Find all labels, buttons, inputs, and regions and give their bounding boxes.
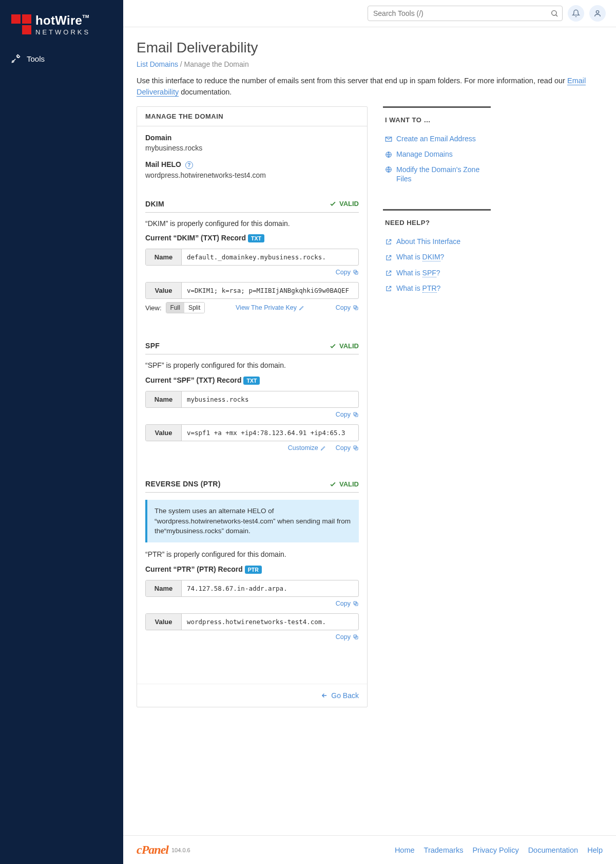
spf-value-value[interactable]: v=spf1 +a +mx +ip4:78.123.64.91 +ip4:65.… [182, 425, 358, 441]
ptr-value-row: Value wordpress.hotwirenetworks-test4.co… [145, 613, 359, 630]
copy-icon [353, 269, 359, 275]
ptr-value-copy[interactable]: Copy [336, 633, 359, 641]
bell-icon [572, 9, 580, 17]
breadcrumb-current: Manage the Domain [184, 60, 249, 68]
footer-help[interactable]: Help [587, 846, 603, 854]
breadcrumb-list-domains[interactable]: List Domains [137, 60, 178, 68]
spf-customize[interactable]: Customize [288, 444, 326, 452]
domain-label: Domain [145, 134, 359, 142]
copy-icon [353, 445, 359, 451]
wrench-icon [11, 54, 21, 63]
logo-icon [11, 14, 31, 34]
footer-trademarks[interactable]: Trademarks [424, 846, 464, 854]
user-button[interactable] [589, 5, 606, 22]
ptr-current-label: Current “PTR” (PTR) Record [145, 565, 243, 573]
ptr-name-copy[interactable]: Copy [336, 600, 359, 607]
cpanel-version: 104.0.6 [171, 847, 190, 853]
helo-label: Mail HELO [145, 160, 181, 168]
help-panel: Need Help? About This Interface What is … [383, 209, 491, 304]
copy-icon [353, 411, 359, 418]
ptr-name-value[interactable]: 74.127.58.67.in-addr.arpa. [182, 580, 358, 596]
want-title: I want to … [385, 116, 489, 124]
external-link-icon [385, 238, 392, 246]
ptr-title: Reverse DNS (PTR) [145, 480, 221, 488]
dkim-value-value[interactable]: v=DKIM1; k=rsa; p=MIIBIjANBgkqhkiG9w0BAQ… [182, 283, 358, 298]
spf-title: SPF [145, 342, 160, 350]
helo-help-icon[interactable]: ? [185, 161, 193, 169]
footer-docs[interactable]: Documentation [528, 846, 579, 854]
dkim-desc: “DKIM” is properly configured for this d… [145, 219, 359, 229]
want-manage-domains[interactable]: Manage Domains [385, 146, 489, 162]
help-ptr[interactable]: What is PTR? [385, 280, 489, 296]
nav-tools[interactable]: Tools [0, 48, 123, 69]
domain-value: mybusiness.rocks [145, 144, 359, 152]
spf-current-label: Current “SPF” (TXT) Record [145, 376, 241, 384]
external-link-icon [385, 285, 392, 292]
dkim-name-copy[interactable]: Copy [336, 269, 359, 276]
check-icon [329, 200, 337, 208]
helo-value: wordpress.hotwirenetworks-test4.com [145, 171, 359, 179]
spf-value-copy[interactable]: Copy [336, 444, 359, 452]
breadcrumb-sep: / [180, 60, 184, 68]
help-dkim[interactable]: What is DKIM? [385, 249, 489, 265]
dkim-value-copy[interactable]: Copy [336, 304, 359, 311]
globe-icon [385, 166, 392, 173]
spf-name-value[interactable]: mybusiness.rocks [182, 391, 358, 407]
external-link-icon [385, 254, 392, 261]
search-icon[interactable] [550, 9, 559, 17]
dkim-txt-tag: TXT [248, 234, 264, 242]
want-create-email[interactable]: Create an Email Address [385, 131, 489, 146]
help-title: Need Help? [385, 219, 489, 227]
dkim-title: DKIM [145, 200, 164, 208]
breadcrumb: List Domains / Manage the Domain [137, 60, 603, 68]
dkim-view-full[interactable]: Full [166, 303, 184, 313]
footer-home[interactable]: Home [395, 846, 415, 854]
go-back-link[interactable]: Go Back [321, 691, 359, 700]
check-icon [329, 480, 337, 488]
search-input[interactable] [368, 6, 563, 21]
envelope-icon [385, 136, 392, 143]
spf-name-row: Name mybusiness.rocks [145, 391, 359, 408]
sidebar: hotWireTM NETWORKS Tools [0, 0, 123, 864]
footer: cPanel 104.0.6 Home Trademarks Privacy P… [123, 835, 616, 864]
dkim-view-toggle[interactable]: Full Split [166, 302, 205, 313]
check-icon [329, 342, 337, 350]
footer-privacy[interactable]: Privacy Policy [472, 846, 518, 854]
dkim-name-label: Name [146, 249, 182, 265]
dkim-view-private-key[interactable]: View The Private Key [236, 304, 305, 311]
svg-point-0 [552, 11, 556, 15]
dkim-name-row: Name default._domainkey.mybusiness.rocks… [145, 249, 359, 266]
panel-header: Manage the Domain [137, 107, 367, 126]
copy-icon [353, 305, 359, 311]
pencil-icon [299, 305, 305, 311]
svg-point-1 [596, 11, 599, 13]
brand-tm: TM [82, 14, 89, 19]
want-zone-files[interactable]: Modify the Domain's Zone Files [385, 162, 489, 186]
help-spf[interactable]: What is SPF? [385, 265, 489, 280]
spf-valid-badge: VALID [329, 342, 359, 350]
arrow-left-icon [321, 692, 328, 699]
dkim-name-value[interactable]: default._domainkey.mybusiness.rocks. [182, 249, 358, 265]
external-link-icon [385, 270, 392, 277]
copy-icon [353, 600, 359, 607]
want-panel: I want to … Create an Email Address Mana… [383, 106, 491, 195]
ptr-ptr-tag: PTR [245, 566, 262, 574]
page-title: Email Deliverability [137, 40, 603, 56]
ptr-desc: “PTR” is properly configured for this do… [145, 550, 359, 560]
search-wrap [368, 6, 563, 21]
dkim-value-row: Value v=DKIM1; k=rsa; p=MIIBIjANBgkqhkiG… [145, 282, 359, 299]
dkim-current-label: Current “DKIM” (TXT) Record [145, 234, 246, 242]
dkim-value-label: Value [146, 283, 182, 298]
brand-sub: NETWORKS [35, 29, 90, 35]
dkim-view-split[interactable]: Split [184, 303, 204, 313]
notifications-button[interactable] [568, 5, 584, 22]
help-about[interactable]: About This Interface [385, 234, 489, 249]
cpanel-logo: cPanel [137, 843, 168, 857]
view-label: View: [145, 304, 162, 312]
ptr-value-value[interactable]: wordpress.hotwirenetworks-test4.com. [182, 614, 358, 630]
spf-name-copy[interactable]: Copy [336, 411, 359, 418]
topbar [123, 0, 616, 27]
pencil-icon [320, 445, 326, 451]
copy-icon [353, 634, 359, 640]
intro-text: Use this interface to reduce the number … [137, 76, 603, 98]
